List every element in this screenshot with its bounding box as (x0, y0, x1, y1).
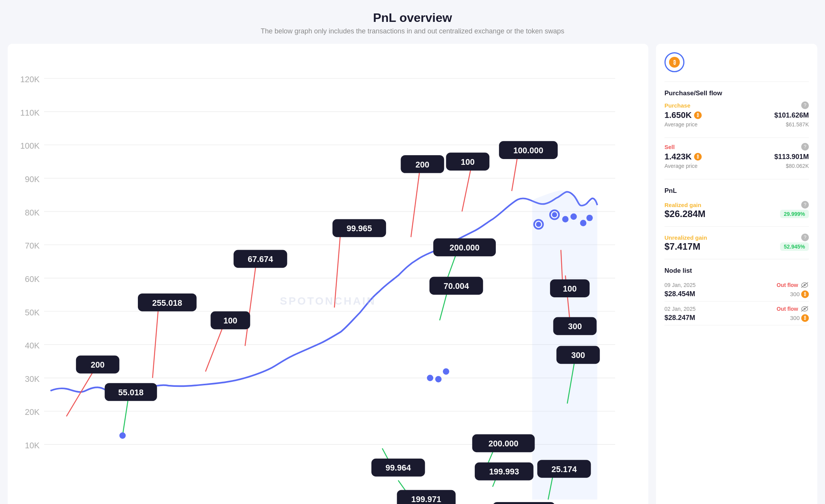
realized-label: Realized gain (664, 202, 701, 208)
node-btc-0: 300 ₿ (790, 290, 809, 298)
eye-icon-0[interactable] (800, 281, 809, 289)
svg-text:70K: 70K (25, 241, 40, 250)
purchase-help-icon[interactable]: ? (801, 101, 809, 109)
svg-text:200: 200 (416, 160, 429, 169)
purchase-avg-row: Average price $61.587K (664, 121, 809, 128)
label-300-lower: 300 (557, 346, 600, 364)
svg-point-93 (427, 375, 433, 381)
node-btc-coin-0: ₿ (801, 290, 809, 298)
page-header: PnL overview The below graph only includ… (0, 0, 825, 40)
pnl-title: PnL (664, 187, 809, 195)
sell-label: Sell (664, 144, 675, 150)
svg-text:200.000: 200.000 (489, 439, 519, 448)
svg-text:120K: 120K (20, 75, 40, 84)
node-date-0: 09 Jan, 2025 (664, 282, 696, 288)
label-99964: 99.964 (371, 459, 425, 477)
svg-text:199.971: 199.971 (411, 494, 441, 504)
svg-text:100K: 100K (20, 141, 40, 151)
realized-pct: 29.999% (780, 210, 809, 218)
node-item-1: 02 Jan, 2025 Out flow $28.247M 300 (664, 302, 809, 325)
svg-text:10K: 10K (25, 441, 40, 450)
purchase-sell-title: Purchase/Sell flow (664, 90, 809, 97)
chart-svg: 120K 110K 100K 90K 80K 70K 60K 50K (15, 51, 641, 504)
svg-point-94 (435, 376, 442, 383)
svg-text:20K: 20K (25, 407, 40, 417)
chart-container: SPOTONCHAIN 120K 110K 100K 90K 80K 70K (15, 51, 641, 504)
label-70004: 70.004 (429, 277, 483, 295)
unrealized-block: Unrealized gain ? $7.417M 52.945% (664, 234, 809, 252)
svg-text:90K: 90K (25, 174, 40, 184)
svg-point-92 (119, 432, 126, 439)
label-300-upper: 300 (553, 317, 596, 335)
label-200000-second: 200.000 (472, 434, 535, 452)
svg-text:67.674: 67.674 (248, 254, 273, 264)
svg-text:₿: ₿ (673, 59, 676, 65)
purchase-label: Purchase (664, 102, 691, 109)
label-67674: 67.674 (234, 250, 287, 268)
svg-line-36 (335, 229, 341, 307)
unrealized-amount: $7.417M (664, 241, 700, 252)
node-val-1: $28.247M (664, 314, 695, 322)
svg-text:199.993: 199.993 (489, 467, 519, 476)
label-255018: 255.018 (138, 293, 197, 312)
label-99965: 99.965 (333, 219, 386, 237)
realized-amount: $26.284M (664, 209, 706, 219)
svg-point-102 (580, 220, 586, 226)
node-val-0: $28.454M (664, 290, 695, 298)
svg-text:200: 200 (91, 360, 104, 370)
label-100-right: 100 (550, 279, 590, 297)
label-100-left: 100 (210, 312, 250, 330)
label-199993: 199.993 (475, 463, 533, 481)
svg-text:55.018: 55.018 (118, 388, 144, 397)
svg-text:100: 100 (224, 316, 237, 325)
label-100000: 100.000 (499, 141, 558, 159)
label-200000-third: 200.000 (493, 502, 555, 504)
svg-line-33 (152, 301, 159, 378)
main-content: SPOTONCHAIN 120K 110K 100K 90K 80K 70K (0, 40, 825, 504)
svg-text:100.000: 100.000 (514, 146, 543, 155)
label-200000-first: 200.000 (433, 239, 496, 257)
btc-icon: ₿ (664, 52, 684, 72)
svg-text:100: 100 (461, 157, 475, 167)
node-item-0: 09 Jan, 2025 Out flow $28.454M 300 (664, 278, 809, 302)
sidebar: ₿ Purchase/Sell flow Purchase ? 1.650K ₿… (656, 44, 817, 504)
label-200-mid: 200 (401, 155, 444, 173)
svg-text:300: 300 (568, 322, 582, 331)
svg-text:100: 100 (563, 284, 577, 293)
svg-text:60K: 60K (25, 274, 40, 284)
svg-text:300: 300 (571, 350, 585, 360)
node-date-1: 02 Jan, 2025 (664, 306, 696, 312)
unrealized-label: Unrealized gain (664, 234, 707, 241)
sell-amount: 1.423K ₿ (664, 152, 702, 162)
price-area-shade (532, 191, 597, 500)
svg-text:30K: 30K (25, 374, 40, 384)
svg-text:99.964: 99.964 (386, 463, 411, 472)
svg-point-97 (536, 222, 541, 227)
svg-text:200.000: 200.000 (449, 243, 479, 252)
page-title: PnL overview (0, 11, 825, 25)
svg-point-95 (443, 368, 449, 375)
realized-help-icon[interactable]: ? (801, 201, 809, 209)
unrealized-help-icon[interactable]: ? (801, 234, 809, 241)
outflow-lines (66, 149, 570, 416)
btc-coin-purchase: ₿ (694, 111, 702, 119)
svg-text:99.965: 99.965 (346, 224, 372, 233)
svg-line-37 (411, 164, 421, 237)
page-subtitle: The below graph only includes the transa… (0, 27, 825, 35)
eye-icon-1[interactable] (800, 305, 809, 313)
svg-text:40K: 40K (25, 341, 40, 350)
label-25174: 25.174 (537, 460, 591, 478)
svg-rect-82 (493, 502, 555, 504)
purchase-usd: $101.626M (774, 111, 809, 119)
svg-point-101 (570, 214, 577, 220)
sell-block: Sell ? 1.423K ₿ $113.901M Average price … (664, 142, 809, 171)
svg-point-100 (562, 216, 569, 222)
sell-help-icon[interactable]: ? (801, 143, 809, 151)
label-55018: 55.018 (105, 383, 157, 401)
purchase-amount: 1.650K ₿ (664, 110, 702, 120)
node-btc-1: 300 ₿ (790, 314, 809, 322)
svg-text:255.018: 255.018 (152, 298, 182, 308)
sell-avg-row: Average price $80.062K (664, 163, 809, 169)
node-btc-coin-1: ₿ (801, 314, 809, 322)
label-200-left: 200 (76, 356, 119, 374)
